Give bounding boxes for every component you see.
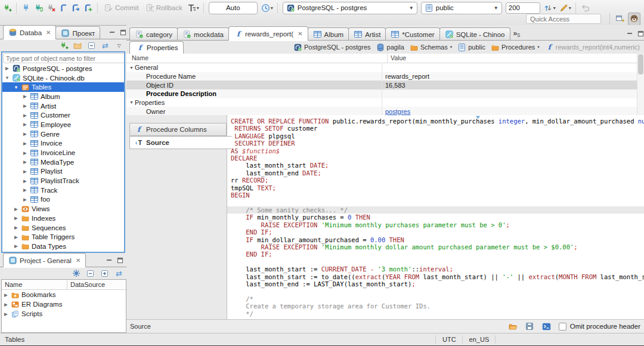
connect-button[interactable]: [20, 2, 32, 14]
breadcrumb-item-schemas[interactable]: Schemas▾: [408, 43, 454, 52]
collapse-all-button[interactable]: [84, 268, 97, 279]
scrollbar-thumb[interactable]: [638, 54, 643, 75]
breadcrumb-item-rewards-report-int4-numeric[interactable]: frewards_report(int4,numeric): [543, 43, 642, 52]
transaction-history-dropdown-icon[interactable]: ▾: [271, 5, 273, 11]
tree-item-track[interactable]: ▶Track: [2, 186, 124, 195]
tree-item-customer[interactable]: ▶Customer: [2, 110, 124, 120]
expand-arrow-icon[interactable]: ▶: [22, 187, 28, 193]
detail-tab-procedure-columns[interactable]: fProcedure Columns: [129, 123, 227, 136]
view-menu-button[interactable]: ▽: [113, 40, 125, 51]
property-row-general[interactable]: ▼General: [126, 63, 644, 72]
generate-sql-dropdown-icon[interactable]: ▾: [569, 5, 571, 11]
project-item-scripts[interactable]: ▶Scripts: [2, 309, 126, 319]
view-tab-project-general[interactable]: Project - General✕: [3, 253, 86, 267]
expand-all-button[interactable]: [98, 268, 111, 279]
transaction-log-button[interactable]: ▾: [185, 2, 201, 14]
property-row-procedure-name[interactable]: Procedure Namerewards_report: [126, 72, 644, 81]
project-item-er-diagrams[interactable]: ▶ER Diagrams: [2, 299, 126, 309]
tab-properties[interactable]: f Properties: [129, 41, 184, 54]
new-connection-button[interactable]: [1, 2, 14, 14]
expand-arrow-icon[interactable]: ▶: [3, 311, 9, 317]
tree-item-genre[interactable]: ▶Genre: [2, 129, 124, 139]
project-item-bookmarks[interactable]: ▶Bookmarks: [2, 290, 126, 299]
tree-item-indexes[interactable]: ▶Indexes: [2, 214, 124, 223]
expand-arrow-icon[interactable]: ▶: [3, 292, 9, 298]
expand-arrow-icon[interactable]: ▶: [13, 243, 19, 249]
tree-item-data-types[interactable]: ▶Data Types: [2, 242, 124, 251]
breadcrumb-item-procedures[interactable]: Procedures▾: [489, 43, 541, 52]
breadcrumb-item-postgresql-postgres[interactable]: PostgreSQL - postgres: [292, 43, 372, 52]
tree-item-views[interactable]: ▶Views: [2, 204, 124, 214]
active-schema-dropdown-icon[interactable]: ▼: [494, 5, 499, 11]
expand-arrow-icon[interactable]: ▶: [22, 113, 28, 118]
tree-item-table-triggers[interactable]: ▶Table Triggers: [2, 232, 124, 242]
property-row-properties[interactable]: ▼Properties: [126, 98, 644, 107]
tree-item-playlisttrack[interactable]: ▶PlaylistTrack: [2, 176, 124, 186]
tree-item-artist[interactable]: ▶Artist: [2, 101, 124, 111]
refresh-button[interactable]: ▾: [542, 2, 558, 14]
expand-arrow-icon[interactable]: ▶: [22, 159, 28, 165]
load-from-file-button[interactable]: [507, 321, 519, 332]
maximize-button[interactable]: [637, 30, 644, 38]
column-header-name[interactable]: Name: [126, 54, 387, 63]
omit-procedure-header-checkbox[interactable]: [559, 323, 566, 330]
tree-item-postgresql-postgres[interactable]: ▶PostgreSQL - postgres: [2, 64, 124, 73]
collapse-arrow-icon[interactable]: ▼: [129, 100, 135, 104]
tree-item-sequences[interactable]: ▶Sequences: [2, 223, 124, 233]
editor-tab-album[interactable]: Album: [308, 27, 349, 41]
editor-tab-category[interactable]: category: [129, 27, 178, 41]
refresh-dropdown-icon[interactable]: ▾: [553, 5, 556, 11]
expand-arrow-icon[interactable]: ▶: [22, 131, 28, 137]
open-perspective-button[interactable]: [614, 14, 626, 25]
tree-item-invoice[interactable]: ▶Invoice: [2, 139, 124, 149]
settings-button[interactable]: [70, 268, 82, 279]
expand-arrow-icon[interactable]: ▶: [22, 150, 28, 156]
expand-arrow-icon[interactable]: ▶: [4, 66, 10, 71]
expand-arrow-icon[interactable]: ▶: [22, 122, 28, 127]
expand-arrow-icon[interactable]: ▶: [13, 225, 19, 230]
sql-editor-button[interactable]: [57, 2, 70, 14]
property-row-owner[interactable]: Ownerpostgres: [126, 107, 644, 116]
sql-source-code[interactable]: CREATE OR REPLACE FUNCTION public.reward…: [227, 115, 644, 317]
owner-link[interactable]: postgres: [385, 108, 410, 115]
detail-tab-source[interactable]: ‹TSource: [129, 136, 232, 149]
expand-arrow-icon[interactable]: ▶: [22, 103, 28, 109]
invalidate-reconnect-button[interactable]: [32, 2, 45, 14]
tree-item-employee[interactable]: ▶Employee: [2, 120, 124, 129]
expand-arrow-icon[interactable]: ▶: [22, 169, 28, 174]
expand-arrow-icon[interactable]: ▶: [22, 178, 28, 184]
open-recent-sql-editor-button[interactable]: [70, 2, 82, 14]
tree-item-playlist[interactable]: ▶Playlist: [2, 167, 124, 177]
maximize-button[interactable]: [120, 29, 126, 37]
expand-arrow-icon[interactable]: ▶: [13, 234, 19, 240]
editor-tab-sqlite-chinoo[interactable]: SQLite - Chinoo: [439, 27, 510, 41]
tree-item-mediatype[interactable]: ▶MediaType: [2, 157, 124, 167]
new-connection-button[interactable]: [58, 40, 70, 51]
properties-scrollbar[interactable]: [637, 54, 644, 115]
disconnect-button[interactable]: [45, 2, 57, 14]
collapse-arrow-icon[interactable]: ▼: [4, 75, 10, 81]
property-row-procedure-description[interactable]: Procedure Description: [126, 89, 644, 98]
view-tab-проект[interactable]: Проект: [55, 26, 100, 39]
transaction-log-dropdown-icon[interactable]: ▾: [197, 5, 199, 11]
source-viewer[interactable]: CREATE OR REPLACE FUNCTION public.reward…: [227, 115, 644, 319]
undo-button[interactable]: [579, 2, 592, 14]
commit-mode-select[interactable]: Auto: [209, 2, 258, 14]
minimize-button[interactable]: [106, 257, 113, 265]
fetch-size-input[interactable]: [506, 2, 540, 14]
editor-tab-artist[interactable]: Artist: [348, 27, 386, 41]
active-schema-select[interactable]: public▼: [421, 2, 502, 14]
breadcrumb-item-pagila[interactable]: pagila: [374, 43, 406, 52]
open-sql-console-button[interactable]: [540, 321, 553, 332]
quick-access-input[interactable]: [526, 14, 601, 24]
maximize-button[interactable]: [117, 257, 123, 265]
close-icon[interactable]: ✕: [298, 30, 302, 37]
property-row-object-id[interactable]: Object ID16,583: [126, 81, 644, 89]
active-connection-dropdown-icon[interactable]: ▼: [409, 5, 414, 11]
column-header-name[interactable]: Name: [2, 280, 67, 289]
link-with-editor-button[interactable]: ⇄: [113, 268, 125, 279]
dropdown-icon[interactable]: ▾: [537, 45, 540, 50]
minimize-button[interactable]: [627, 30, 633, 38]
tree-item-sqlite-chinook-db[interactable]: ▼SQLite - Chinook.db: [2, 73, 124, 83]
close-icon[interactable]: ✕: [46, 29, 51, 36]
